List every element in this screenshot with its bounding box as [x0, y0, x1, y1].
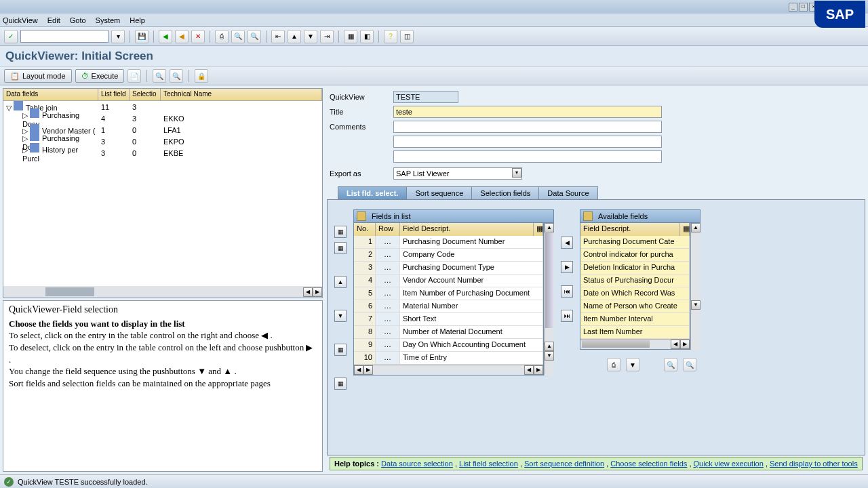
layout-mode-button[interactable]: 📋Layout mode	[4, 69, 72, 83]
new-session-icon[interactable]: ▦	[344, 30, 357, 43]
dropdown-icon[interactable]: ▾	[111, 30, 125, 43]
table-row[interactable]: Control indicator for purcha	[580, 249, 690, 262]
menu-quickview[interactable]: QuickView	[3, 16, 38, 24]
menu-system[interactable]: System	[96, 16, 121, 24]
title-field[interactable]	[393, 106, 662, 118]
help-link[interactable]: Data source selection	[381, 460, 453, 468]
minimize-icon[interactable]: _	[789, 3, 797, 12]
data-fields-tree[interactable]: Data fields List field Selectio Technica…	[3, 88, 323, 298]
scroll-left-icon[interactable]: ◀	[524, 365, 534, 375]
layout-icon[interactable]: ◫	[400, 30, 414, 43]
scroll-left-icon[interactable]: ◀	[671, 340, 680, 349]
quickview-field	[393, 91, 458, 103]
last-page-icon[interactable]: ⇥	[320, 30, 334, 43]
shortcut-icon[interactable]: ◧	[360, 30, 374, 43]
command-field[interactable]	[20, 30, 108, 43]
table-row[interactable]: 4…Vendor Account Number	[354, 274, 543, 287]
scroll-right-icon[interactable]: ▶	[363, 365, 373, 375]
dropdown-icon[interactable]: ▾	[512, 168, 521, 178]
tree-row[interactable]: ▷ Purchasing Docu43EKKO	[3, 113, 322, 124]
find-icon[interactable]: 🔍	[231, 30, 245, 43]
table-row[interactable]: 6…Material Number	[354, 300, 543, 313]
table-row[interactable]: 10…Time of Entry	[354, 352, 543, 365]
move-up-icon[interactable]: ▲	[334, 276, 347, 288]
menu-help[interactable]: Help	[130, 16, 145, 24]
restore-icon[interactable]: □	[799, 3, 808, 12]
help-link[interactable]: Choose selection fields	[610, 460, 687, 468]
table-row[interactable]: Last Item Number	[580, 326, 690, 339]
vertical-scrollbar[interactable]: ▲ ▲ ▼	[544, 223, 554, 375]
table-row[interactable]: Date on Which Record Was	[580, 287, 690, 300]
scroll-right-icon[interactable]: ▶	[313, 287, 322, 297]
table-row[interactable]: 9…Day On Which Accounting Document	[354, 339, 543, 352]
scroll-left-icon[interactable]: ◀	[303, 287, 313, 297]
save-icon[interactable]: 💾	[135, 30, 149, 43]
table-row[interactable]: 7…Short Text	[354, 313, 543, 326]
insert-row-icon[interactable]: ▦	[334, 344, 347, 356]
print-icon[interactable]: ⎙	[215, 30, 229, 43]
tab-sort-sequence[interactable]: Sort sequence	[406, 186, 472, 199]
scroll-left-icon[interactable]: ◀	[354, 365, 363, 375]
help-link[interactable]: Send display to other tools	[770, 460, 858, 468]
help-link[interactable]: Sort sequence definition	[524, 460, 604, 468]
comments-field-1[interactable]	[393, 121, 662, 133]
tree-row[interactable]: ▷ History per Purcl30EKBE	[3, 147, 322, 159]
move-all-right-icon[interactable]: ⏭	[561, 310, 573, 322]
move-down-icon[interactable]: ▼	[334, 310, 347, 322]
table-row[interactable]: 5…Item Number of Purchasing Document	[354, 287, 543, 300]
find-button[interactable]: 🔍	[153, 69, 166, 83]
status-message: QuickView TESTE successfully loaded.	[18, 478, 148, 486]
table-row[interactable]: 1…Purchasing Document Number	[354, 236, 543, 249]
tab-selection-fields[interactable]: Selection fields	[471, 186, 539, 199]
prev-page-icon[interactable]: ▲	[288, 30, 301, 43]
export-icon[interactable]: ▼	[626, 358, 639, 371]
scroll-right-icon[interactable]: ▶	[534, 365, 543, 375]
config-icon[interactable]: ▦	[534, 223, 543, 236]
deselect-all-icon[interactable]: ▦	[334, 242, 347, 254]
move-left-icon[interactable]: ◀	[561, 237, 573, 249]
ok-icon[interactable]: ✓	[4, 30, 18, 43]
comments-label: Comments	[330, 123, 393, 131]
move-right-icon[interactable]: ▶	[561, 261, 573, 273]
comments-field-3[interactable]	[393, 150, 662, 163]
next-page-icon[interactable]: ▼	[304, 30, 317, 43]
available-fields-header: Available fields	[580, 209, 701, 223]
find-next-icon[interactable]: 🔍	[248, 30, 261, 43]
tab-list-fld-select[interactable]: List fld. select.	[338, 186, 407, 199]
display-button[interactable]: 📄	[127, 69, 141, 83]
find-icon[interactable]: 🔍	[664, 358, 677, 371]
table-row[interactable]: 2…Company Code	[354, 249, 543, 262]
help-link[interactable]: Quick view execution	[694, 460, 764, 468]
menu-goto[interactable]: Goto	[70, 16, 86, 24]
lock-button[interactable]: 🔒	[195, 69, 208, 83]
config-icon[interactable]: ▦	[680, 223, 690, 236]
export-as-field[interactable]	[393, 167, 522, 180]
table-row[interactable]: Purchasing Document Cate	[580, 236, 690, 249]
table-row[interactable]: 8…Number of Material Document	[354, 326, 543, 339]
vertical-scrollbar[interactable]: ▲ ▼	[690, 223, 701, 350]
table-row[interactable]: Item Number Interval	[580, 313, 690, 326]
menu-edit[interactable]: Edit	[47, 16, 60, 24]
table-row[interactable]: Name of Person who Create	[580, 300, 690, 313]
first-page-icon[interactable]: ⇤	[271, 30, 285, 43]
find-next-icon[interactable]: 🔍	[683, 358, 696, 371]
print-icon[interactable]: ⎙	[607, 358, 620, 371]
exit-icon[interactable]: ◀	[175, 30, 189, 43]
find-next-button[interactable]: 🔍	[170, 69, 183, 83]
cancel-icon[interactable]: ✕	[191, 30, 205, 43]
back-icon[interactable]: ◀	[159, 30, 172, 43]
delete-row-icon[interactable]: ▦	[334, 378, 347, 390]
col-field-descript: Field Descript.	[400, 223, 534, 236]
select-all-icon[interactable]: ▦	[334, 226, 347, 238]
execute-button[interactable]: ⏱Execute	[75, 69, 125, 83]
table-row[interactable]: 3…Purchasing Document Type	[354, 262, 543, 274]
comments-field-2[interactable]	[393, 136, 662, 148]
tab-data-source[interactable]: Data Source	[538, 186, 597, 199]
scroll-right-icon[interactable]: ▶	[680, 340, 690, 349]
table-row[interactable]: Deletion Indicator in Purcha	[580, 262, 690, 274]
help-link[interactable]: List field selection	[459, 460, 518, 468]
col-no: No.	[354, 223, 376, 236]
move-all-left-icon[interactable]: ⏮	[561, 285, 573, 298]
help-icon[interactable]: ?	[384, 30, 397, 43]
table-row[interactable]: Status of Purchasing Docur	[580, 274, 690, 287]
